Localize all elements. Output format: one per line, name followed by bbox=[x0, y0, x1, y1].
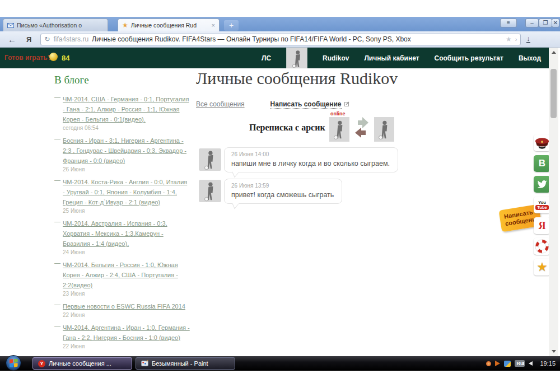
close-button[interactable]: ✕ bbox=[552, 18, 559, 27]
bookmark-star-icon[interactable]: ★ bbox=[506, 35, 512, 43]
blog-entry-date: 23 Июня bbox=[63, 291, 190, 297]
message-avatar bbox=[199, 180, 221, 202]
message-date: 26 Июня 14:00 bbox=[231, 151, 390, 157]
reload-icon[interactable]: ↻ bbox=[44, 35, 50, 43]
tab-messages-label: Личные сообщения Rud bbox=[131, 22, 197, 29]
tray-volume-orange-icon[interactable] bbox=[495, 361, 500, 366]
compose-icon bbox=[344, 100, 349, 108]
blog-entry-link[interactable]: ЧМ-2014. Австралия - Испания - 0:3, Хорв… bbox=[63, 220, 167, 247]
yandex-icon[interactable]: Я bbox=[534, 217, 549, 234]
blog-entry-date: 22 Июня bbox=[63, 312, 190, 318]
page-viewport: Готов играть? 84 ЛС Rudikov Личный кабин… bbox=[0, 48, 549, 356]
page-title: Личные сообщения Rudikov bbox=[196, 69, 431, 88]
vk-icon[interactable]: В bbox=[534, 155, 549, 172]
minimize-button[interactable]: – bbox=[525, 18, 539, 27]
twitter-icon[interactable] bbox=[534, 176, 549, 193]
nav-logout-link[interactable]: Выход bbox=[519, 54, 541, 62]
blog-entry-date: 25 Июня bbox=[63, 208, 190, 214]
blog-entry-link[interactable]: ЧМ-2014. США - Германия - 0:1, Португали… bbox=[63, 96, 189, 123]
nav-username-link[interactable]: Rudikov bbox=[323, 54, 349, 62]
blog-entry-date: 22 Июня bbox=[63, 343, 190, 349]
social-links-column: В You Tube Я ★ bbox=[534, 134, 549, 276]
system-tray: Ru 19:15 bbox=[486, 356, 556, 371]
partner-avatar[interactable] bbox=[329, 117, 349, 142]
tab-close-icon[interactable]: × bbox=[212, 22, 215, 29]
mail-icon bbox=[7, 23, 14, 28]
messages-panel: Личные сообщения Rudikov Все сообщения Н… bbox=[196, 69, 431, 204]
message-date: 26 Июня 13:59 bbox=[231, 183, 334, 189]
message-bubble: 26 Июня 13:59 привет! когда сможешь сыгр… bbox=[224, 179, 342, 204]
tab-mail[interactable]: Письмо «Authorisation o bbox=[3, 18, 108, 31]
conversation-header: Переписка с арсик online bbox=[196, 115, 431, 142]
taskbar-button-browser-label: Личные сообщения ... bbox=[49, 360, 111, 367]
scroll-down-icon[interactable] bbox=[552, 350, 556, 353]
message-text: напиши мне в личку когда и во сколько сы… bbox=[231, 160, 390, 167]
tray-program-icon[interactable] bbox=[504, 361, 511, 367]
message-item: 26 Июня 13:59 привет! когда сможешь сыгр… bbox=[196, 179, 431, 204]
coin-icon bbox=[49, 53, 58, 61]
blog-entry: Первые новости о ESWC Russia FIFA 2014 2… bbox=[54, 301, 190, 318]
tab-mail-label: Письмо «Authorisation o bbox=[17, 22, 82, 29]
site-nav-bar: Готов играть? 84 ЛС Rudikov Личный кабин… bbox=[0, 48, 549, 68]
write-message-link[interactable]: Написать сообщение bbox=[270, 100, 342, 109]
all-messages-link[interactable]: Все сообщения bbox=[196, 100, 245, 108]
blog-entry: ЧМ-2014. Бельгия - Россия - 1:0, Южная К… bbox=[54, 259, 190, 297]
exchange-arrows-icon bbox=[354, 116, 369, 142]
youtube-icon[interactable]: You Tube bbox=[534, 197, 549, 213]
message-item: 26 Июня 14:00 напиши мне в личку когда и… bbox=[196, 147, 431, 173]
nav-user-avatar[interactable] bbox=[286, 48, 307, 68]
message-text: привет! когда сможешь сыграть bbox=[231, 191, 334, 199]
lifebuoy-icon[interactable] bbox=[534, 238, 549, 255]
blog-entry-link[interactable]: ЧМ-2014. Аргентина - Иран - 1:0, Германи… bbox=[63, 324, 190, 341]
url-page-title: Личные сообщения Rudikov. FIFA4Stars — О… bbox=[92, 35, 411, 43]
blog-entry: ЧМ-2014. США - Германия - 0:1, Португали… bbox=[54, 94, 190, 131]
star-badge-icon[interactable]: ★ bbox=[534, 259, 549, 276]
nav-pm-link[interactable]: ЛС bbox=[262, 54, 271, 62]
online-badge: online bbox=[330, 111, 346, 116]
taskbar-button-paint[interactable]: Безымянный - Paint bbox=[136, 357, 235, 370]
blog-entry: ЧМ-2014. Аргентина - Иран - 1:0, Германи… bbox=[54, 322, 190, 349]
restore-button[interactable]: ❐ bbox=[539, 18, 552, 27]
new-tab-button[interactable]: + bbox=[224, 20, 239, 31]
back-button[interactable]: ← bbox=[8, 35, 16, 44]
blog-entry: ЧМ-2014. Коста-Рика - Англия - 0:0, Итал… bbox=[54, 176, 190, 214]
blog-entry: ЧМ-2014. Австралия - Испания - 0:3, Хорв… bbox=[54, 218, 190, 255]
blog-entry-link[interactable]: ЧМ-2014. Коста-Рика - Англия - 0:0, Итал… bbox=[63, 179, 187, 206]
speaker-icon[interactable] bbox=[529, 361, 533, 366]
blog-entry-link[interactable]: Первые новости о ESWC Russia FIFA 2014 bbox=[63, 303, 185, 310]
url-host: fifa4stars.ru bbox=[53, 35, 88, 43]
url-field[interactable]: ↻ fifa4stars.ru Личные сообщения Rudikov… bbox=[40, 34, 521, 45]
blog-sidebar: В блоге ЧМ-2014. США - Германия - 0:1, П… bbox=[54, 74, 190, 356]
yandex-button[interactable]: Я bbox=[26, 35, 31, 44]
taskbar-button-paint-label: Безымянный - Paint bbox=[152, 360, 208, 367]
tab-messages[interactable]: ★ Личные сообщения Rud × bbox=[118, 18, 220, 31]
blog-entry-date: 26 Июня bbox=[63, 166, 190, 172]
scroll-up-icon[interactable] bbox=[552, 51, 556, 54]
blog-entry-date: 24 Июня bbox=[63, 249, 190, 255]
browser-scrollbar[interactable] bbox=[549, 48, 558, 356]
blog-entry-link[interactable]: ЧМ-2014. Бельгия - Россия - 1:0, Южная К… bbox=[63, 262, 178, 288]
conversation-label: Переписка с арсик bbox=[249, 123, 325, 133]
browser-menu-button[interactable]: ≡ bbox=[500, 18, 517, 27]
own-avatar[interactable] bbox=[374, 117, 394, 142]
clock: 19:15 bbox=[540, 360, 556, 367]
blog-entry-link[interactable]: Босния - Иран - 3:1, Нигерия - Аргентина… bbox=[63, 137, 186, 164]
start-button[interactable] bbox=[6, 355, 21, 371]
coin-count: 84 bbox=[62, 54, 69, 62]
scrollbar-thumb[interactable] bbox=[550, 69, 557, 118]
nav-cabinet-link[interactable]: Личный кабинет bbox=[364, 54, 419, 62]
site-nav-links: ЛС Rudikov Личный кабинет Сообщить резул… bbox=[262, 48, 541, 68]
download-icon[interactable]: ↓ bbox=[526, 35, 530, 43]
taskbar-button-browser[interactable]: Y Личные сообщения ... bbox=[32, 357, 132, 370]
blog-entry: Босния - Иран - 3:1, Нигерия - Аргентина… bbox=[54, 135, 190, 172]
message-bubble: 26 Июня 14:00 напиши мне в личку когда и… bbox=[224, 147, 398, 172]
tray-app-icon[interactable] bbox=[486, 361, 491, 366]
cap-icon[interactable] bbox=[534, 134, 549, 151]
message-actions: Все сообщения Написать сообщение bbox=[196, 100, 431, 108]
nav-report-result-link[interactable]: Сообщить результат bbox=[435, 54, 503, 62]
paint-icon bbox=[141, 360, 148, 368]
screen: Письмо «Authorisation o ★ Личные сообщен… bbox=[0, 0, 560, 392]
ready-to-play-link[interactable]: Готов играть? bbox=[4, 54, 52, 62]
message-avatar bbox=[199, 148, 221, 171]
taskbar: Y Личные сообщения ... Безымянный - Pain… bbox=[0, 356, 560, 371]
